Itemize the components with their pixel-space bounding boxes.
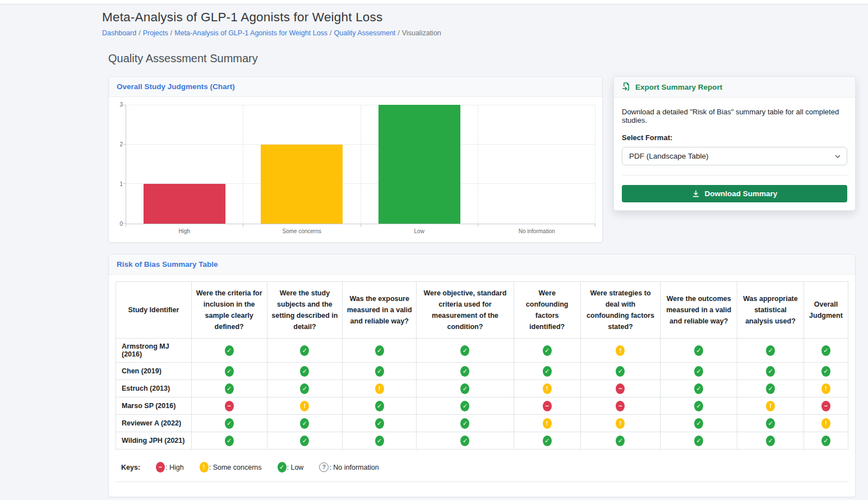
judgment-cell: ✓	[417, 432, 514, 450]
check-circle-icon: ✓	[694, 345, 703, 356]
breadcrumb-item[interactable]: Quality Assessment	[334, 29, 396, 37]
check-circle-icon: ✓	[821, 366, 830, 377]
breadcrumb-item[interactable]: Projects	[143, 29, 168, 37]
check-circle-icon: ✓	[225, 383, 234, 394]
y-axis-tick-label: 0	[119, 221, 123, 227]
judgment-cell: ✓	[191, 415, 267, 432]
judgment-cell: !	[804, 380, 848, 397]
table-row: Marso SP (2016)−!✓✓−−✓!−	[116, 397, 848, 415]
judgment-cell: ✓	[514, 432, 580, 450]
x-axis-label: High	[126, 228, 243, 234]
y-axis: 0123	[116, 105, 126, 224]
download-summary-button[interactable]: Download Summary	[622, 185, 847, 202]
download-icon	[692, 190, 700, 198]
bar-low[interactable]	[378, 105, 460, 224]
check-circle-icon: ✓	[375, 366, 384, 377]
judgment-cell: ✓	[191, 380, 267, 397]
bar-high[interactable]	[144, 184, 225, 224]
study-identifier-cell: Marso SP (2016)	[116, 397, 192, 415]
export-card-header: Export Summary Report	[614, 77, 855, 98]
keys-legend: Keys:−: High!: Some concerns✓: Low?: No …	[116, 456, 848, 482]
judgment-cell: ✓	[267, 380, 343, 397]
exclamation-circle-icon: !	[200, 462, 209, 473]
judgment-cell: ✓	[191, 339, 267, 363]
breadcrumb-separator: /	[168, 29, 174, 37]
check-circle-icon: ✓	[766, 418, 775, 429]
column-header: Was appropriate statistical analysis use…	[737, 282, 804, 339]
table-card-title: Risk of Bias Summary Table	[117, 260, 218, 268]
judgment-cell: !	[514, 415, 580, 432]
key-text: : High	[165, 464, 184, 471]
minus-circle-icon: −	[616, 401, 625, 411]
exclamation-circle-icon: !	[375, 383, 384, 394]
judgment-cell: ✓	[343, 415, 417, 432]
judgment-cell: ✓	[417, 363, 514, 380]
judgment-cell: ✓	[417, 397, 514, 415]
check-circle-icon: ✓	[375, 436, 384, 446]
check-circle-icon: ✓	[766, 345, 775, 356]
key-text: : Low	[287, 464, 304, 471]
x-axis-label: Low	[361, 228, 478, 234]
key-item: ?: No information	[319, 462, 378, 472]
judgment-cell: ✓	[661, 415, 737, 432]
format-label: Select Format:	[622, 133, 847, 142]
judgment-cell: ✓	[267, 432, 343, 450]
browser-top-strip	[0, 0, 868, 4]
y-axis-tick	[123, 183, 126, 184]
column-header: Was the exposure measured in a valid and…	[343, 282, 417, 339]
breadcrumb-item[interactable]: Meta-Analysis of GLP-1 Agonists for Weig…	[174, 29, 327, 37]
judgment-cell: ✓	[737, 339, 804, 363]
check-circle-icon: ✓	[766, 366, 775, 377]
y-axis-tick-label: 1	[119, 182, 123, 187]
minus-circle-icon: −	[821, 401, 830, 411]
judgment-cell: ✓	[661, 432, 737, 450]
table-row: Reviewer A (2022)✓✓✓✓!!✓✓!	[116, 415, 848, 432]
minus-circle-icon: −	[225, 401, 234, 411]
check-circle-icon: ✓	[460, 383, 469, 394]
chart-card: Overall Study Judgments (Chart) 0123 Hig…	[108, 76, 603, 243]
check-circle-icon: ✓	[694, 418, 703, 429]
study-identifier-cell: Armstrong MJ (2016)	[116, 339, 192, 363]
bar-some-concerns[interactable]	[261, 145, 343, 224]
check-circle-icon: ✓	[821, 436, 830, 446]
judgment-cell: ✓	[737, 380, 804, 397]
breadcrumb-item[interactable]: Dashboard	[102, 29, 136, 37]
table-row: Wilding JPH (2021)✓✓✓✓✓✓✓✓✓	[116, 432, 848, 450]
check-circle-icon: ✓	[543, 436, 552, 446]
judgment-cell: ✓	[804, 432, 848, 450]
download-button-label: Download Summary	[705, 189, 778, 198]
file-export-icon	[622, 82, 631, 91]
check-circle-icon: ✓	[460, 345, 469, 356]
check-circle-icon: ✓	[460, 418, 469, 429]
exclamation-circle-icon: !	[821, 383, 830, 394]
judgment-cell: ✓	[417, 415, 514, 432]
format-select[interactable]: PDF (Landscape Table)	[622, 147, 847, 165]
exclamation-circle-icon: !	[543, 418, 552, 429]
chart-category-low	[361, 105, 478, 224]
key-item: −: High	[156, 462, 184, 473]
check-circle-icon: ✓	[375, 345, 384, 356]
key-text: : Some concerns	[209, 464, 262, 471]
breadcrumb: Dashboard/Projects/Meta-Analysis of GLP-…	[102, 29, 856, 38]
check-circle-icon: ✓	[300, 366, 309, 377]
page-title: Meta-Analysis of GLP-1 Agonists for Weig…	[102, 10, 856, 25]
study-identifier-cell: Estruch (2013)	[116, 380, 192, 397]
check-circle-icon: ✓	[616, 436, 625, 446]
breadcrumb-item: Visualization	[402, 29, 441, 37]
divider	[622, 175, 847, 175]
risk-of-bias-table: Study IdentifierWere the criteria for in…	[116, 281, 848, 450]
check-circle-icon: ✓	[616, 366, 625, 377]
y-axis-tick	[123, 223, 126, 224]
column-header: Were the study subjects and the setting …	[267, 282, 343, 339]
table-row: Chen (2019)✓✓✓✓✓✓✓✓✓	[116, 363, 848, 380]
judgment-cell: ✓	[267, 363, 343, 380]
x-axis-label: No information	[478, 228, 596, 234]
column-header: Were objective, standard criteria used f…	[417, 282, 514, 339]
judgment-cell: ✓	[267, 339, 343, 363]
judgment-cell: ✓	[514, 363, 580, 380]
chart-category-high	[126, 105, 243, 224]
check-circle-icon: ✓	[300, 383, 309, 394]
minus-circle-icon: −	[156, 462, 165, 473]
exclamation-circle-icon: !	[616, 418, 625, 429]
check-circle-icon: ✓	[300, 436, 309, 446]
